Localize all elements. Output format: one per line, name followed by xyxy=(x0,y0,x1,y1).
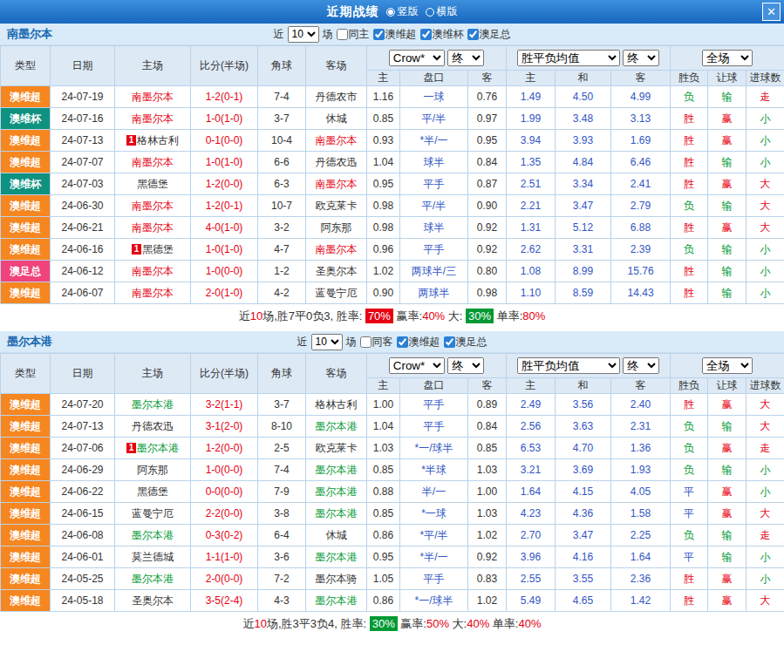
same-venue-filter[interactable]: 同主 xyxy=(337,27,370,42)
scope-header: 全场 xyxy=(671,46,784,71)
odds-company-select[interactable]: Crow* xyxy=(389,50,445,66)
asia-home-odds: 1.16 xyxy=(367,86,400,108)
summary-part: 大: xyxy=(449,617,467,630)
match-date: 24-06-15 xyxy=(51,503,115,525)
subcol-eu-draw: 和 xyxy=(556,71,611,86)
asia-odds-header: Crow* 终 xyxy=(367,354,507,378)
europe-home-mean: 4.23 xyxy=(507,503,556,525)
layout-radio-vertical[interactable]: 竖版 xyxy=(386,4,419,19)
europe-draw-mean: 4.65 xyxy=(556,590,611,612)
home-team-cell: 墨尔本港 xyxy=(115,568,191,590)
league-type-badge: 澳维超 xyxy=(1,195,51,217)
away-team-cell: 蓝曼宁厄 xyxy=(306,282,367,304)
asia-handicap: 平手 xyxy=(400,416,468,438)
summary-line: 近10场,胜3平3负4, 胜率: 30% 赢率:50% 大:40% 单率:40% xyxy=(0,612,784,635)
match-count-select[interactable]: 10 xyxy=(288,26,319,43)
asia-home-odds: 0.98 xyxy=(367,217,400,239)
score: 1-0(0-0) xyxy=(191,261,258,282)
result-wdl: 胜 xyxy=(671,282,708,304)
radio-selected-icon xyxy=(386,8,395,17)
team-label: 丹德农迅 xyxy=(132,420,174,432)
result-goals: 走 xyxy=(747,438,784,459)
europe-away-mean: 6.46 xyxy=(611,152,671,173)
league-checkbox[interactable] xyxy=(397,336,408,348)
match-date: 24-06-08 xyxy=(51,525,115,546)
home-team-cell: 圣奥尔本 xyxy=(115,590,191,612)
match-date: 24-06-16 xyxy=(51,239,115,261)
same-venue-checkbox[interactable] xyxy=(360,336,372,348)
league-checkbox[interactable] xyxy=(373,29,385,40)
europe-home-mean: 2.49 xyxy=(507,394,556,416)
league-checkbox[interactable] xyxy=(444,336,455,348)
close-button[interactable]: ✕ xyxy=(762,3,781,21)
result-wdl: 平 xyxy=(671,546,708,568)
score: 1-0(1-0) xyxy=(191,108,258,130)
result-handicap: 输 xyxy=(708,86,747,108)
same-venue-filter[interactable]: 同客 xyxy=(360,335,393,350)
layout-radio-horizontal[interactable]: 横版 xyxy=(426,4,458,19)
result-wdl: 胜 xyxy=(671,130,708,152)
match-count-select[interactable]: 10 xyxy=(311,334,343,350)
result-wdl: 胜 xyxy=(671,217,708,239)
asia-home-odds: 1.02 xyxy=(367,261,400,282)
team-label: 南墨尔本 xyxy=(132,221,174,234)
col-away: 客场 xyxy=(306,46,367,86)
odds-company-select[interactable]: Crow* xyxy=(389,357,445,374)
team-label: 欧克莱卡 xyxy=(316,442,358,454)
asia-home-odds: 0.85 xyxy=(367,503,400,525)
team-label: 墨尔本港 xyxy=(316,485,358,498)
europe-home-mean: 2.70 xyxy=(507,525,556,546)
odds-time-select[interactable]: 终 xyxy=(447,50,484,66)
away-team-cell: 南墨尔本 xyxy=(306,173,367,195)
result-handicap: 输 xyxy=(708,261,747,282)
asia-away-odds: 0.90 xyxy=(468,195,507,217)
league-checkbox[interactable] xyxy=(467,29,479,40)
red-card-badge: 1 xyxy=(132,244,141,255)
europe-time-select[interactable]: 终 xyxy=(623,357,659,374)
odds-time-select[interactable]: 终 xyxy=(447,357,484,374)
match-row: 澳维超24-05-25墨尔本港2-0(0-0)7-2墨尔本骑1.05平手0.83… xyxy=(1,568,784,590)
score: 3-2(1-1) xyxy=(191,394,258,416)
league-filter[interactable]: 澳足总 xyxy=(444,335,487,350)
league-filter[interactable]: 澳维超 xyxy=(373,27,417,42)
scope-select[interactable]: 全场 xyxy=(702,50,753,66)
team-label: 南墨尔本 xyxy=(316,243,358,255)
result-handicap: 赢 xyxy=(708,217,747,239)
asia-odds-header: Crow* 终 xyxy=(367,46,507,71)
europe-away-mean: 4.99 xyxy=(611,86,671,108)
team-label: 南墨尔本 xyxy=(132,112,174,125)
asia-home-odds: 0.98 xyxy=(367,195,400,217)
scope-select[interactable]: 全场 xyxy=(702,357,753,374)
league-checkbox[interactable] xyxy=(420,29,432,40)
league-filters: 澳维超澳足总 xyxy=(397,335,487,350)
league-type-badge: 澳维杯 xyxy=(1,173,51,195)
asia-handicap: *半球 xyxy=(400,459,468,481)
league-type-badge: 澳足总 xyxy=(1,261,51,282)
europe-away-mean: 2.25 xyxy=(611,525,671,546)
europe-home-mean: 1.64 xyxy=(507,481,556,503)
section-home-team: 南墨尔本 近 10 场 同主 澳维超澳维杯澳足总 类型 日期 主场 比分(半场) xyxy=(0,24,784,328)
europe-time-select[interactable]: 终 xyxy=(623,50,659,66)
subcol-eu-home: 主 xyxy=(507,71,556,86)
home-team-cell: 南墨尔本 xyxy=(115,217,191,239)
asia-away-odds: 1.02 xyxy=(468,590,507,612)
corner-score: 10-4 xyxy=(258,130,306,152)
games-label: 场 xyxy=(346,335,357,350)
league-filter[interactable]: 澳足总 xyxy=(467,27,511,42)
match-date: 24-07-06 xyxy=(51,438,115,459)
league-type-badge: 澳维超 xyxy=(1,459,51,481)
summary-part: 10 xyxy=(250,309,262,322)
away-team-cell: 墨尔本骑 xyxy=(306,568,367,590)
match-row: 澳维超24-06-29阿东那1-0(0-0)7-4墨尔本港0.85*半球1.03… xyxy=(1,459,784,481)
europe-mean-select[interactable]: 胜平负均值 xyxy=(517,357,620,374)
away-team-cell: 墨尔本港 xyxy=(306,590,367,612)
league-type-badge: 澳维超 xyxy=(1,152,51,173)
result-wdl: 负 xyxy=(671,86,708,108)
europe-away-mean: 2.40 xyxy=(611,394,671,416)
same-venue-checkbox[interactable] xyxy=(337,29,348,40)
asia-handicap: 平/半 xyxy=(400,195,468,217)
europe-mean-select[interactable]: 胜平负均值 xyxy=(517,50,620,66)
match-row: 澳维杯24-07-03黑德堡1-2(0-0)6-3南墨尔本0.95平手0.872… xyxy=(1,173,784,195)
league-filter[interactable]: 澳维杯 xyxy=(420,27,464,42)
league-filter[interactable]: 澳维超 xyxy=(397,335,440,350)
